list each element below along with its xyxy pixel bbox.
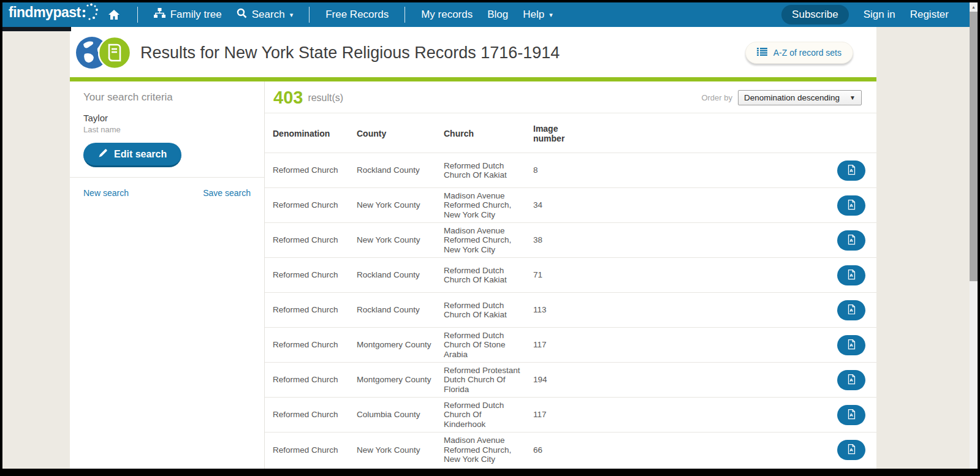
nav-item-free-records[interactable]: Free Records	[325, 9, 389, 21]
record-set-icon	[76, 36, 131, 69]
register-link[interactable]: Register	[910, 9, 949, 21]
home-icon[interactable]	[108, 9, 120, 20]
cell-church: Reformed Dutch Church Of Kakiat	[438, 258, 527, 293]
view-record-pdf-button[interactable]	[837, 161, 865, 181]
cell-church: Reformed Dutch Church Of Stone Arabia	[438, 328, 527, 363]
pdf-file-icon	[847, 409, 856, 421]
table-row: Reformed Church Rockland County Reformed…	[265, 258, 876, 293]
column-header-denomination: Denomination	[265, 113, 351, 153]
sign-in-link[interactable]: Sign in	[864, 9, 895, 21]
edit-search-label: Edit search	[114, 149, 167, 160]
nav-item-blog[interactable]: Blog	[487, 9, 508, 21]
cell-county: Montgomery County	[351, 363, 438, 398]
logo-dots-icon	[81, 4, 98, 25]
cell-image-number: 38	[527, 223, 594, 258]
cell-county: Rockland County	[351, 153, 438, 188]
top-nav: findmypast Family tre	[2, 2, 970, 27]
view-record-pdf-button[interactable]	[837, 405, 865, 425]
results-count-suffix: result(s)	[308, 93, 343, 104]
criteria-value: Taylor	[83, 113, 251, 123]
cell-image-number: 113	[527, 293, 594, 328]
cell-county: Columbia County	[351, 398, 438, 433]
column-header-image-number: Image number	[527, 113, 594, 153]
save-search-link[interactable]: Save search	[203, 188, 251, 198]
nav-item-search[interactable]: Search ▾	[237, 8, 293, 21]
view-record-pdf-button[interactable]	[837, 230, 865, 251]
nav-item-family-tree[interactable]: Family tree	[154, 8, 222, 21]
cell-church: Madison Avenue Reformed Church, New York…	[438, 188, 527, 223]
cell-county: New York County	[351, 223, 438, 258]
table-row: Reformed Church Rockland County Reformed…	[265, 153, 876, 188]
az-record-sets-button[interactable]: A-Z of record sets	[745, 42, 853, 64]
table-row: Reformed Church New York County Madison …	[265, 223, 876, 258]
search-criteria-panel: Your search criteria Taylor Last name Ed…	[70, 81, 265, 469]
nav-item-label: Family tree	[170, 9, 222, 21]
accent-bar	[70, 77, 876, 81]
cell-image-number: 8	[527, 153, 594, 188]
view-record-pdf-button[interactable]	[837, 440, 865, 460]
table-row: Reformed Church Columbia County Reformed…	[265, 398, 876, 433]
cell-image-number: 194	[527, 363, 594, 398]
logo-shadow	[2, 27, 71, 31]
table-header-row: Denomination County Church Image number	[265, 113, 876, 153]
criteria-title: Your search criteria	[83, 91, 251, 104]
cell-county: Montgomery County	[351, 328, 438, 363]
scroll-up-arrow-icon[interactable]: ▲	[970, 2, 978, 12]
view-record-pdf-button[interactable]	[837, 265, 865, 285]
nav-separator	[309, 7, 310, 23]
criteria-field-label: Last name	[83, 125, 251, 134]
vertical-scrollbar[interactable]: ▲	[970, 2, 978, 469]
nav-separator	[405, 7, 405, 23]
edit-search-button[interactable]: Edit search	[83, 143, 181, 167]
nav-item-label: Blog	[487, 9, 508, 21]
cell-image-number: 71	[527, 258, 594, 293]
cell-image-number: 66	[527, 433, 594, 467]
page-background: Results for New York State Religious Rec…	[2, 27, 970, 469]
scrollbar-thumb[interactable]	[970, 12, 978, 281]
nav-item-help[interactable]: Help ▾	[523, 9, 553, 21]
results-panel: 403 result(s) Order by Denomination desc…	[265, 81, 876, 469]
cell-county: Rockland County	[351, 258, 438, 293]
view-record-pdf-button[interactable]	[837, 335, 865, 355]
subscribe-button[interactable]: Subscribe	[781, 5, 849, 25]
pdf-file-icon	[847, 339, 856, 352]
pdf-file-icon	[847, 164, 856, 177]
pdf-file-icon	[847, 374, 856, 387]
nav-item-my-records[interactable]: My records	[421, 9, 473, 21]
cell-denomination: Reformed Church	[265, 398, 351, 433]
cell-denomination: Reformed Church	[265, 433, 351, 467]
view-record-pdf-button[interactable]	[837, 370, 865, 390]
order-by-select[interactable]: Denomination descending ▼	[738, 90, 862, 105]
cell-denomination: Reformed Church	[265, 258, 351, 293]
pencil-icon	[98, 148, 108, 161]
pdf-file-icon	[847, 234, 856, 247]
nav-item-label: My records	[421, 9, 473, 21]
search-icon	[237, 8, 247, 21]
list-icon	[757, 48, 767, 58]
pdf-file-icon	[847, 199, 856, 212]
logo-text: findmypast	[9, 4, 81, 21]
pdf-file-icon	[847, 304, 856, 317]
nav-item-label: Help	[523, 9, 544, 21]
page-title: Results for New York State Religious Rec…	[140, 43, 560, 62]
cell-denomination: Reformed Church	[265, 328, 351, 363]
view-record-pdf-button[interactable]	[837, 300, 865, 320]
cell-church: Reformed Dutch Church Of Kakiat	[438, 293, 527, 328]
order-by-value: Denomination descending	[744, 93, 840, 102]
view-record-pdf-button[interactable]	[837, 195, 865, 216]
table-row: Reformed Church Montgomery County Reform…	[265, 363, 876, 398]
browser-frame: findmypast Family tre	[0, 0, 980, 476]
caret-down-icon: ▾	[290, 12, 294, 18]
column-header-church: Church	[438, 113, 527, 153]
cell-church: Reformed Dutch Church Of Kakiat	[438, 153, 527, 188]
results-count: 403	[273, 88, 303, 108]
cell-denomination: Reformed Church	[265, 223, 351, 258]
new-search-link[interactable]: New search	[83, 188, 129, 198]
findmypast-logo[interactable]: findmypast	[9, 4, 98, 25]
cell-denomination: Reformed Church	[265, 363, 351, 398]
table-row: Reformed Church New York County Madison …	[265, 433, 876, 467]
az-button-label: A-Z of record sets	[773, 48, 841, 58]
table-row: Reformed Church New York County Madison …	[265, 188, 876, 223]
cell-denomination: Reformed Church	[265, 153, 351, 188]
book-icon	[98, 36, 131, 69]
